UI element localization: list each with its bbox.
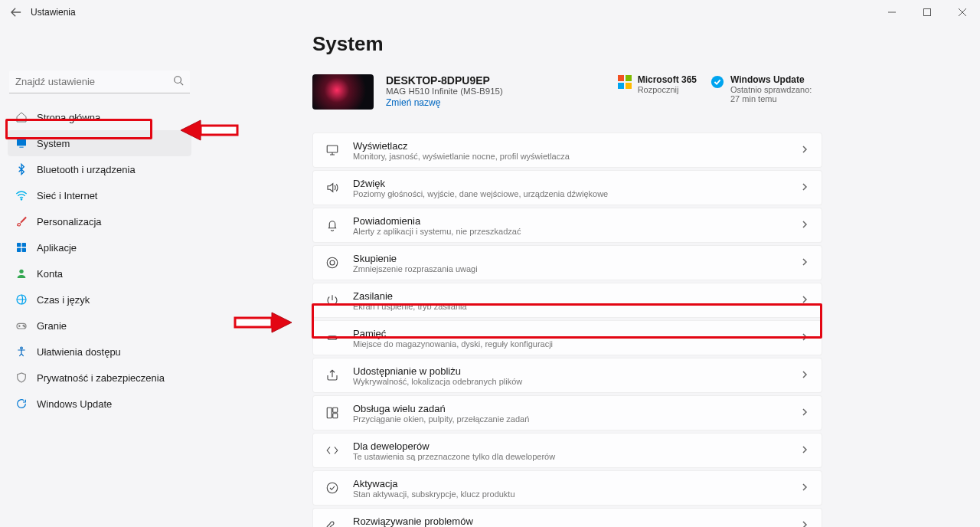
multitask-icon	[325, 406, 339, 420]
s-sub: Miejsce do magazynowania, dyski, reguły …	[353, 339, 786, 349]
settings-multitask[interactable]: Obsługa wielu zadańPrzyciąganie okien, p…	[312, 395, 822, 430]
settings-notifications[interactable]: PowiadomieniaAlerty z aplikacji i system…	[312, 208, 822, 243]
nav-label: Windows Update	[37, 398, 112, 410]
svg-rect-1	[924, 9, 931, 16]
settings-storage[interactable]: PamięćMiejsce do magazynowania, dyski, r…	[312, 320, 822, 355]
update-badge-icon	[710, 75, 724, 89]
home-icon	[15, 111, 28, 123]
s-title: Wyświetlacz	[353, 140, 786, 152]
device-image	[312, 74, 374, 110]
s-title: Dla deweloperów	[353, 440, 786, 452]
device-left: DESKTOP-8DPU9EP MAG H510 Infinite (MS-B9…	[312, 74, 503, 110]
nav-network[interactable]: Sieć i Internet	[8, 182, 191, 208]
settings-nearby-sharing[interactable]: Udostępnianie w pobliżuWykrywalność, lok…	[312, 358, 822, 393]
window-controls	[874, 0, 980, 25]
share-icon	[325, 368, 339, 382]
svg-rect-11	[17, 248, 21, 252]
settings-developers[interactable]: Dla deweloperówTe ustawienia są przeznac…	[312, 433, 822, 468]
device-info-row: DESKTOP-8DPU9EP MAG H510 Infinite (MS-B9…	[312, 74, 822, 110]
svg-rect-21	[618, 83, 624, 89]
info-windows-update[interactable]: Windows Update Ostatnio sprawdzano: 27 m…	[710, 74, 822, 103]
search-box[interactable]	[9, 70, 190, 93]
svg-point-28	[329, 337, 331, 339]
s-sub: Ekran i uśpienie, tryb zasilania	[353, 302, 786, 311]
device-model: MAG H510 Infinite (MS-B915)	[386, 87, 503, 96]
focus-icon	[325, 256, 339, 270]
power-icon	[325, 293, 339, 307]
nav-label: Konta	[37, 268, 63, 280]
info-m365[interactable]: Microsoft 365 Rozpocznij	[618, 74, 697, 103]
wifi-icon	[15, 189, 28, 201]
chevron-right-icon	[800, 294, 809, 306]
nav-home[interactable]: Strona główna	[8, 104, 191, 130]
nav-gaming[interactable]: Granie	[8, 313, 191, 339]
s-sub: Zmniejszenie rozpraszania uwagi	[353, 264, 786, 273]
svg-point-18	[21, 347, 23, 349]
titlebar: Ustawienia	[0, 0, 980, 25]
bell-icon	[325, 218, 339, 232]
nav-bluetooth[interactable]: Bluetooth i urządzenia	[8, 156, 191, 182]
nav-personalization[interactable]: Personalizacja	[8, 208, 191, 234]
s-title: Udostępnianie w pobliżu	[353, 365, 786, 377]
settings-display[interactable]: WyświetlaczMonitory, jasność, wyświetlan…	[312, 133, 822, 168]
sound-icon	[325, 181, 339, 195]
svg-rect-19	[618, 75, 624, 81]
s-title: Dźwięk	[353, 178, 786, 189]
settings-power[interactable]: ZasilanieEkran i uśpienie, tryb zasilani…	[312, 283, 822, 318]
nav-label: Sieć i Internet	[37, 190, 98, 201]
storage-icon	[325, 331, 339, 345]
nav-system[interactable]: System	[8, 130, 191, 156]
close-button[interactable]	[945, 0, 980, 25]
svg-rect-20	[626, 75, 632, 81]
nav-accessibility[interactable]: Ułatwienia dostępu	[8, 339, 191, 365]
nav-label: Bluetooth i urządzenia	[37, 164, 136, 175]
info-sub: Rozpocznij	[638, 85, 697, 94]
info-sub: Ostatnio sprawdzano: 27 min temu	[730, 85, 822, 103]
page-title: System	[312, 32, 980, 56]
nav-label: Czas i język	[37, 294, 90, 306]
nav-accounts[interactable]: Konta	[8, 260, 191, 286]
chevron-right-icon	[800, 257, 809, 269]
svg-point-17	[24, 326, 24, 327]
settings-activation[interactable]: AktywacjaStan aktywacji, subskrypcje, kl…	[312, 470, 822, 506]
minimize-button[interactable]	[874, 0, 910, 25]
svg-point-32	[327, 483, 338, 493]
settings-list: WyświetlaczMonitory, jasność, wyświetlan…	[312, 133, 822, 527]
search-icon	[173, 75, 184, 88]
content-area: System DESKTOP-8DPU9EP MAG H510 Infinite…	[199, 25, 980, 527]
svg-point-25	[327, 257, 338, 268]
s-sub: Poziomy głośności, wyjście, dane wejścio…	[353, 189, 786, 198]
shield-icon	[15, 372, 28, 384]
settings-troubleshoot[interactable]: Rozwiązywanie problemówZalecane narzędzi…	[312, 508, 822, 527]
maximize-button[interactable]	[910, 0, 945, 25]
device-name: DESKTOP-8DPU9EP	[386, 74, 503, 87]
chevron-right-icon	[800, 182, 809, 194]
display-icon	[325, 143, 339, 157]
chevron-right-icon	[800, 144, 809, 156]
nav-label: Personalizacja	[37, 216, 102, 227]
rename-link[interactable]: Zmień nazwę	[386, 97, 440, 108]
chevron-right-icon	[800, 219, 809, 231]
nav-privacy[interactable]: Prywatność i zabezpieczenia	[8, 365, 191, 391]
nav-label: Prywatność i zabezpieczenia	[37, 372, 165, 384]
svg-line-5	[181, 83, 184, 86]
settings-focus[interactable]: SkupienieZmniejszenie rozpraszania uwagi	[312, 245, 822, 280]
svg-rect-29	[327, 408, 332, 418]
settings-sound[interactable]: DźwiękPoziomy głośności, wyjście, dane w…	[312, 170, 822, 205]
svg-rect-30	[333, 408, 338, 412]
nav-list: Strona główna System Bluetooth i urządze…	[8, 104, 191, 417]
back-arrow-icon[interactable]	[11, 7, 21, 18]
nav-windows-update[interactable]: Windows Update	[8, 391, 191, 417]
window-title: Ustawienia	[31, 7, 76, 18]
nav-time-language[interactable]: Czas i język	[8, 286, 191, 313]
bluetooth-icon	[15, 163, 28, 175]
accessibility-icon	[15, 345, 28, 358]
clock-globe-icon	[15, 293, 28, 306]
search-input[interactable]	[15, 76, 173, 87]
s-title: Skupienie	[353, 253, 786, 264]
nav-apps[interactable]: Aplikacje	[8, 234, 191, 260]
nav-label: Granie	[37, 320, 67, 332]
svg-point-26	[330, 260, 335, 265]
chevron-right-icon	[800, 519, 809, 527]
device-right: Microsoft 365 Rozpocznij Windows Update …	[618, 74, 822, 103]
